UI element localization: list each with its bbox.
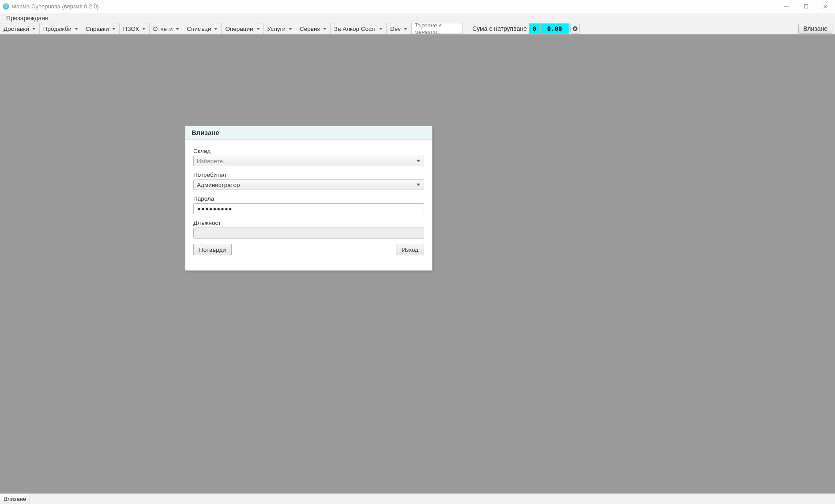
toolbar: Доставки Продажби Справки НЗОК Отчети Сп…: [0, 23, 835, 34]
password-label: Парола: [193, 195, 424, 202]
position-input: [193, 228, 424, 239]
chevron-down-icon: [379, 28, 383, 30]
title-bar: Фарма Супернова (версия 0.2.0): [0, 0, 835, 13]
chevron-down-icon: [289, 28, 292, 30]
status-bar: Влизане: [0, 493, 835, 504]
toolbar-item-about[interactable]: За Алкор Софт: [331, 23, 387, 34]
toolbar-item-operations[interactable]: Операции: [222, 23, 263, 34]
app-icon: [3, 3, 9, 10]
chevron-down-icon: [75, 28, 78, 30]
chevron-down-icon: [32, 28, 36, 30]
chevron-down-icon: [417, 184, 420, 186]
warehouse-select[interactable]: Изберете...: [193, 156, 424, 166]
window-title: Фарма Супернова (версия 0.2.0): [12, 3, 99, 10]
chevron-down-icon: [323, 28, 327, 30]
workspace: Влизане Склад Изберете... Потребител Адм…: [0, 34, 835, 493]
clear-sum-button[interactable]: [570, 24, 580, 34]
status-tab-login[interactable]: Влизане: [0, 494, 30, 504]
position-label: Длъжност: [193, 220, 424, 226]
toolbar-item-dev[interactable]: Dev: [387, 23, 411, 34]
chevron-down-icon: [112, 28, 116, 30]
chevron-down-icon: [214, 28, 218, 30]
user-label: Потребител: [193, 172, 424, 178]
minimize-button[interactable]: [777, 0, 796, 13]
toolbar-item-reports[interactable]: Отчети: [150, 23, 184, 34]
chevron-down-icon: [142, 28, 146, 30]
sum-count: 0: [529, 23, 540, 34]
toolbar-item-lists[interactable]: Списъци: [183, 23, 222, 34]
maximize-button[interactable]: [796, 0, 816, 13]
toolbar-item-sales[interactable]: Продажби: [40, 23, 82, 34]
chevron-down-icon: [176, 28, 179, 30]
toolbar-search-input[interactable]: Търсене в менюто..: [411, 23, 463, 34]
user-select[interactable]: Администратор: [193, 179, 424, 190]
search-placeholder: Търсене в менюто..: [414, 22, 459, 35]
toolbar-item-nzok[interactable]: НЗОК: [120, 23, 150, 34]
exit-button[interactable]: Изход: [396, 244, 424, 255]
sum-label: Сума с натрупване: [472, 23, 529, 34]
toolbar-item-services[interactable]: Услуги: [264, 23, 297, 34]
chevron-down-icon: [256, 28, 260, 30]
password-input[interactable]: ●●●●●●●●●: [193, 203, 424, 214]
menu-reload[interactable]: Презареждане: [6, 15, 49, 22]
toolbar-item-service[interactable]: Сервиз: [296, 23, 331, 34]
toolbar-item-references[interactable]: Справки: [82, 23, 120, 34]
dialog-title: Влизане: [185, 126, 432, 140]
chevron-down-icon: [404, 28, 407, 30]
toolbar-item-deliveries[interactable]: Доставки: [0, 23, 40, 34]
sum-value: 0.00: [540, 23, 569, 34]
svg-rect-1: [804, 5, 808, 8]
chevron-down-icon: [417, 160, 420, 162]
confirm-button[interactable]: Потвърди: [193, 244, 232, 255]
toolbar-login-button[interactable]: Влизане: [798, 24, 832, 34]
close-button[interactable]: [816, 0, 835, 13]
warehouse-label: Склад: [193, 148, 424, 154]
login-dialog: Влизане Склад Изберете... Потребител Адм…: [185, 126, 433, 271]
